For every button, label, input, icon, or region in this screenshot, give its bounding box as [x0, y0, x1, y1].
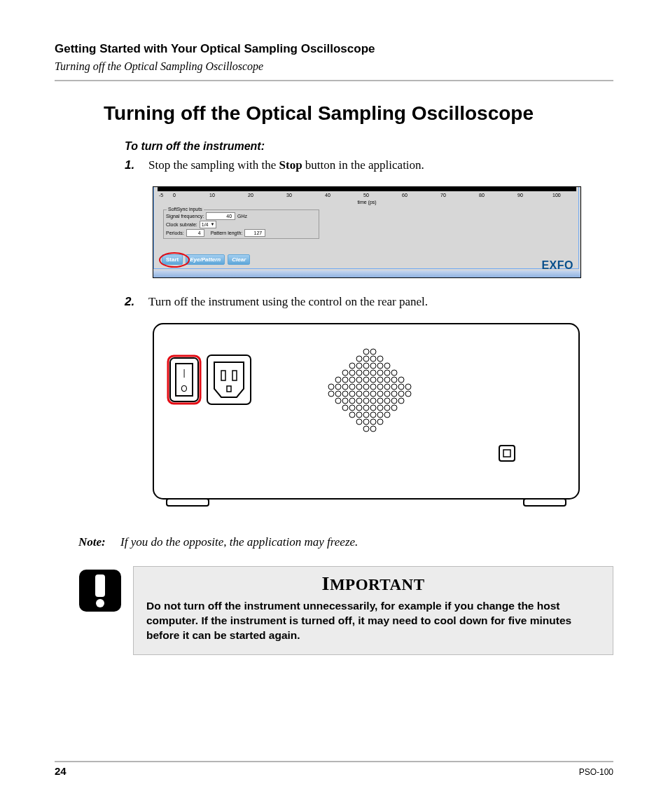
svg-point-55 [335, 391, 341, 397]
svg-point-84 [349, 412, 355, 418]
svg-point-12 [363, 349, 369, 355]
svg-point-30 [384, 370, 390, 376]
periods-input[interactable]: 4 [186, 229, 204, 237]
important-title: IMPORTANT [146, 572, 600, 595]
svg-point-91 [363, 419, 369, 425]
chart-x-label: time (ps) [153, 200, 580, 205]
svg-point-15 [363, 356, 369, 362]
svg-point-77 [349, 405, 355, 411]
svg-point-57 [349, 391, 355, 397]
svg-rect-10 [232, 371, 237, 380]
svg-point-35 [356, 377, 362, 383]
figure-app-screenshot: -5 0 10 20 30 40 50 60 70 80 90 100 time… [153, 186, 581, 278]
taskbar [153, 270, 580, 277]
svg-point-74 [391, 398, 397, 404]
softsync-legend: SoftSync inputs [167, 207, 204, 212]
svg-point-58 [356, 391, 362, 397]
important-callout: IMPORTANT Do not turn off the instrument… [78, 566, 613, 655]
svg-point-64 [398, 391, 404, 397]
svg-point-38 [377, 377, 383, 383]
signal-freq-unit: GHz [237, 214, 247, 219]
svg-point-81 [377, 405, 383, 411]
svg-rect-0 [153, 324, 579, 499]
clock-subrate-label: Clock subrate: [166, 222, 197, 227]
svg-point-73 [384, 398, 390, 404]
svg-point-86 [363, 412, 369, 418]
svg-point-13 [370, 349, 376, 355]
svg-text:|: | [183, 368, 185, 378]
eye-pattern-button[interactable]: Eye/Pattern [186, 254, 225, 265]
svg-rect-2 [524, 499, 566, 506]
svg-point-95 [370, 426, 376, 432]
svg-point-49 [377, 384, 383, 390]
header-section: Turning off the Optical Sampling Oscillo… [55, 60, 613, 73]
svg-point-46 [356, 384, 362, 390]
svg-point-27 [363, 370, 369, 376]
step-2: 2. Turn off the instrument using the con… [125, 295, 613, 309]
svg-point-28 [370, 370, 376, 376]
svg-point-43 [335, 384, 341, 390]
svg-point-29 [377, 370, 383, 376]
svg-point-18 [349, 363, 355, 369]
power-inlet-icon [207, 355, 251, 404]
step-1-number: 1. [125, 158, 148, 172]
signal-freq-input[interactable]: 40 [206, 212, 235, 220]
svg-point-23 [384, 363, 390, 369]
step-2-text: Turn off the instrument using the contro… [148, 295, 428, 309]
clock-subrate-select[interactable]: 1/4▼ [200, 221, 217, 228]
softsync-panel: SoftSync inputs Signal frequency: 40 GHz… [163, 209, 319, 239]
svg-point-93 [377, 419, 383, 425]
page-footer: 24 PSO-100 [55, 761, 613, 777]
svg-point-65 [405, 391, 411, 397]
usb-port-icon [499, 446, 515, 461]
svg-rect-99 [95, 574, 105, 597]
svg-point-56 [342, 391, 348, 397]
svg-point-36 [363, 377, 369, 383]
important-body: Do not turn off the instrument unnecessa… [146, 599, 600, 643]
svg-point-54 [328, 391, 334, 397]
svg-point-50 [384, 384, 390, 390]
svg-point-60 [370, 391, 376, 397]
svg-point-53 [405, 384, 411, 390]
svg-point-76 [342, 405, 348, 411]
svg-point-80 [370, 405, 376, 411]
svg-point-61 [377, 391, 383, 397]
page-title: Turning off the Optical Sampling Oscillo… [104, 102, 613, 125]
svg-point-14 [356, 356, 362, 362]
pattern-length-input[interactable]: 127 [244, 229, 265, 237]
svg-point-89 [384, 412, 390, 418]
svg-point-90 [356, 419, 362, 425]
svg-rect-97 [503, 450, 510, 457]
step-1-text: Stop the sampling with the Stop button i… [148, 158, 424, 172]
svg-point-83 [391, 405, 397, 411]
svg-point-32 [335, 377, 341, 383]
svg-point-45 [349, 384, 355, 390]
svg-point-41 [398, 377, 404, 383]
svg-point-21 [370, 363, 376, 369]
note-text: If you do the opposite, the application … [120, 535, 358, 549]
clear-button[interactable]: Clear [228, 254, 250, 265]
svg-point-17 [377, 356, 383, 362]
svg-point-66 [335, 398, 341, 404]
svg-point-37 [370, 377, 376, 383]
svg-point-67 [342, 398, 348, 404]
svg-point-100 [96, 599, 104, 607]
svg-point-51 [391, 384, 397, 390]
power-switch-icon: | O [168, 356, 200, 404]
periods-label: Periods: [166, 230, 184, 235]
svg-point-82 [384, 405, 390, 411]
note: Note: If you do the opposite, the applic… [78, 535, 613, 549]
svg-point-22 [377, 363, 383, 369]
signal-freq-label: Signal frequency: [166, 214, 204, 219]
figure-rear-panel: | O [153, 323, 580, 509]
svg-point-16 [370, 356, 376, 362]
footer-rule [55, 761, 613, 762]
svg-point-48 [370, 384, 376, 390]
svg-point-34 [349, 377, 355, 383]
svg-point-62 [384, 391, 390, 397]
svg-point-47 [363, 384, 369, 390]
svg-point-78 [356, 405, 362, 411]
svg-point-20 [363, 363, 369, 369]
svg-point-52 [398, 384, 404, 390]
svg-text:O: O [181, 384, 187, 394]
